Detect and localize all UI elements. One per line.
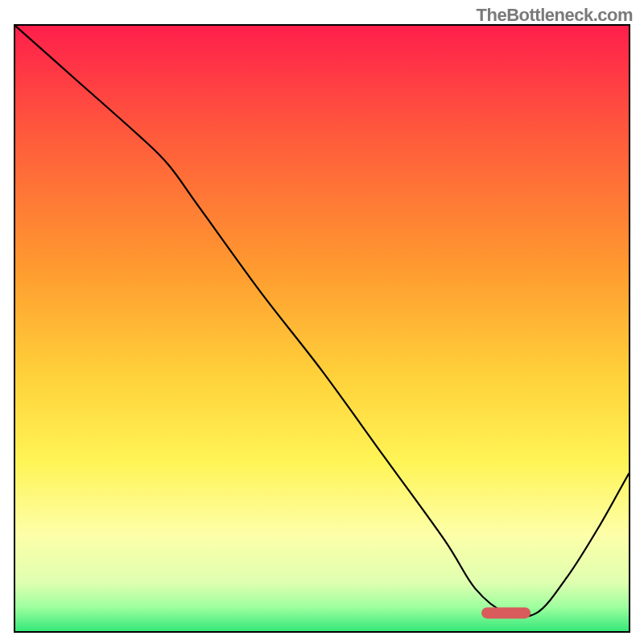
chart-container: TheBottleneck.com: [0, 0, 644, 644]
watermark-text: TheBottleneck.com: [477, 5, 633, 26]
plot-svg: [15, 26, 629, 631]
plot-frame: [14, 24, 630, 633]
gradient-background: [15, 26, 629, 631]
optimum-marker: [481, 607, 530, 618]
